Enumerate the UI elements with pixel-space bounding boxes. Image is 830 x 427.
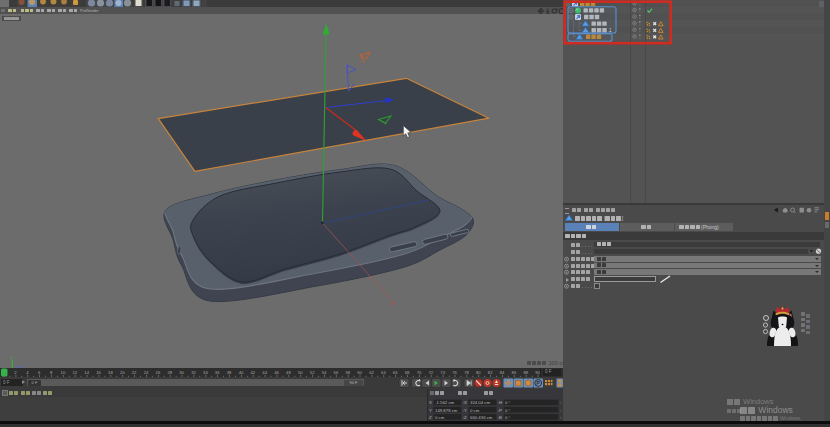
- svg-text:62: 62: [369, 370, 374, 375]
- svg-text:↕: ↕: [462, 408, 464, 413]
- svg-text:Y: Y: [429, 408, 432, 413]
- svg-text:76: 76: [452, 370, 457, 375]
- svg-text:0 °: 0 °: [505, 408, 511, 413]
- svg-text:↕: ↕: [497, 408, 499, 413]
- svg-text:84: 84: [500, 370, 505, 375]
- svg-text:2: 2: [14, 370, 17, 375]
- svg-text:36: 36: [215, 370, 220, 375]
- svg-text:56: 56: [334, 370, 339, 375]
- svg-text:↕: ↕: [560, 415, 562, 420]
- svg-text:32: 32: [191, 370, 196, 375]
- svg-text:64: 64: [381, 370, 386, 375]
- svg-text:22: 22: [132, 370, 137, 375]
- svg-text:12: 12: [72, 370, 77, 375]
- svg-text:74: 74: [440, 370, 445, 375]
- svg-text:X: X: [429, 400, 432, 405]
- svg-text:16: 16: [96, 370, 101, 375]
- svg-text:0 cm: 0 cm: [470, 408, 480, 413]
- svg-text:58: 58: [345, 370, 350, 375]
- svg-text:P: P: [499, 408, 502, 413]
- svg-text:4: 4: [26, 370, 29, 375]
- svg-text:6: 6: [38, 370, 41, 375]
- svg-text:78: 78: [464, 370, 469, 375]
- svg-text:149.878 cm: 149.878 cm: [435, 408, 458, 413]
- svg-text:66: 66: [393, 370, 398, 375]
- svg-text:X: X: [464, 400, 467, 405]
- svg-text:660.436 cm: 660.436 cm: [470, 415, 493, 420]
- svg-text:B: B: [499, 415, 502, 420]
- svg-text:Z: Z: [464, 415, 467, 420]
- svg-text:↕: ↕: [497, 415, 499, 420]
- svg-text:Y: Y: [10, 356, 13, 361]
- svg-text:20: 20: [120, 370, 125, 375]
- svg-text:-1.562 cm: -1.562 cm: [435, 400, 455, 405]
- svg-text:54: 54: [322, 370, 327, 375]
- svg-text:44: 44: [262, 370, 267, 375]
- svg-text:48: 48: [286, 370, 291, 375]
- svg-text:24: 24: [144, 370, 149, 375]
- svg-text:26: 26: [156, 370, 161, 375]
- svg-text:↕: ↕: [560, 408, 562, 413]
- svg-text:324.04 cm: 324.04 cm: [470, 400, 490, 405]
- svg-text:72: 72: [428, 370, 433, 375]
- svg-text:50: 50: [298, 370, 303, 375]
- svg-text:H: H: [499, 400, 502, 405]
- svg-text:Y: Y: [464, 408, 467, 413]
- svg-text:30: 30: [179, 370, 184, 375]
- svg-text:↕: ↕: [462, 400, 464, 405]
- svg-text:60: 60: [357, 370, 362, 375]
- svg-text:42: 42: [250, 370, 255, 375]
- svg-text:46: 46: [274, 370, 279, 375]
- svg-text:40: 40: [239, 370, 244, 375]
- svg-text:P: P: [536, 380, 540, 386]
- svg-text:34: 34: [203, 370, 208, 375]
- svg-text:70: 70: [417, 370, 422, 375]
- svg-text:Z: Z: [429, 415, 432, 420]
- svg-text:88: 88: [523, 370, 528, 375]
- svg-text:↕: ↕: [497, 400, 499, 405]
- svg-text:0 °: 0 °: [505, 415, 511, 420]
- svg-text:10: 10: [61, 370, 66, 375]
- svg-text:86: 86: [512, 370, 517, 375]
- svg-text:↕: ↕: [462, 415, 464, 420]
- svg-text:82: 82: [488, 370, 493, 375]
- svg-text:68: 68: [405, 370, 410, 375]
- svg-text:0 cm: 0 cm: [435, 415, 445, 420]
- svg-text:14: 14: [84, 370, 89, 375]
- svg-text:18: 18: [108, 370, 113, 375]
- svg-text:38: 38: [227, 370, 232, 375]
- svg-text:↕: ↕: [560, 400, 562, 405]
- svg-text:52: 52: [310, 370, 315, 375]
- svg-text:28: 28: [167, 370, 172, 375]
- svg-text:8: 8: [50, 370, 53, 375]
- svg-text:80: 80: [476, 370, 481, 375]
- svg-text:0 °: 0 °: [505, 400, 511, 405]
